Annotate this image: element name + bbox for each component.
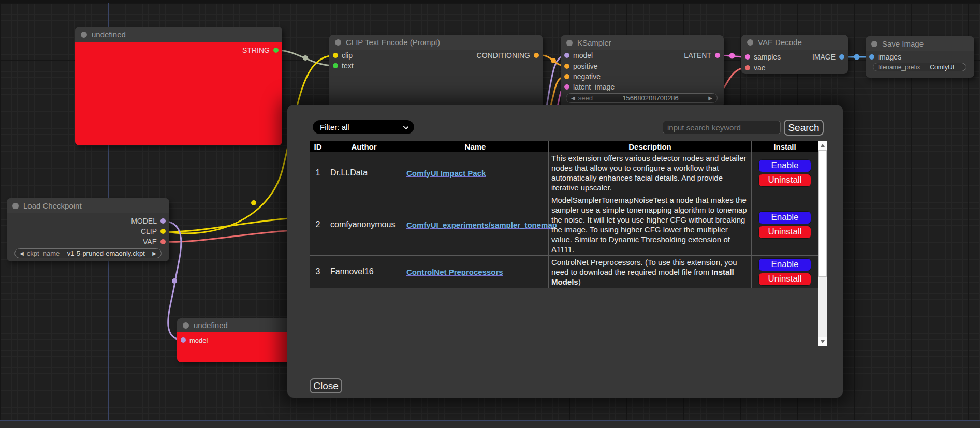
output-port-icon[interactable] — [273, 48, 279, 53]
input-port-negative[interactable]: negative — [564, 73, 601, 80]
node-ksampler[interactable]: KSampler model positive negative latent_… — [561, 35, 724, 108]
input-port-text[interactable]: text — [333, 62, 354, 69]
ext-description: ModelSamplerTonemapNoiseTest a node that… — [549, 194, 752, 256]
input-port-latent-image[interactable]: latent_image — [564, 83, 615, 91]
ext-id: 2 — [310, 194, 326, 256]
col-header-description: Description — [549, 141, 752, 152]
output-port-clip[interactable]: CLIP — [141, 228, 166, 235]
filter-dropdown-wrap: Filter: all — [313, 120, 414, 134]
node-title: undefined — [92, 30, 126, 39]
table-header-row: ID Author Name Description Install — [310, 141, 818, 152]
input-port-vae[interactable]: vae — [745, 64, 766, 71]
input-port-icon[interactable] — [333, 53, 338, 58]
input-port-icon[interactable] — [869, 54, 874, 60]
input-port-icon[interactable] — [745, 54, 750, 60]
col-header-install: Install — [752, 141, 818, 152]
output-port-icon[interactable] — [715, 53, 720, 58]
output-port-icon[interactable] — [839, 54, 844, 60]
output-port-conditioning[interactable]: CONDITIONING — [477, 52, 539, 59]
col-header-author: Author — [326, 141, 402, 152]
input-port-icon[interactable] — [564, 53, 569, 58]
custom-nodes-manager-dialog: Filter: all Search ID Author Name Descri… — [287, 105, 843, 398]
node-title: undefined — [194, 321, 228, 330]
output-port-icon[interactable] — [534, 53, 539, 58]
search-button[interactable]: Search — [784, 120, 824, 136]
filename-prefix-widget[interactable]: filename_prefix ComfyUI — [873, 63, 966, 71]
ext-id: 1 — [310, 152, 326, 194]
node-title: VAE Decode — [758, 38, 802, 47]
node-title: Save Image — [882, 39, 924, 48]
input-port-icon[interactable] — [745, 65, 750, 70]
input-port-samples[interactable]: samples — [745, 53, 781, 61]
input-port-icon[interactable] — [333, 63, 338, 68]
scroll-up-icon[interactable] — [818, 141, 827, 150]
input-port-icon[interactable] — [181, 337, 186, 343]
node-title-dot-icon — [747, 39, 753, 46]
widget-prev-arrow-icon[interactable]: ◀ — [571, 95, 575, 101]
node-title-dot-icon — [871, 41, 877, 47]
ckpt-name-widget[interactable]: ◀ ckpt_name v1-5-pruned-emaonly.ckpt ▶ — [14, 248, 162, 258]
input-port-images[interactable]: images — [869, 53, 901, 61]
ext-author: Dr.Lt.Data — [326, 152, 402, 194]
uninstall-button[interactable]: Uninstall — [758, 226, 811, 239]
scroll-down-icon[interactable] — [818, 337, 827, 346]
table-scrollbar[interactable] — [818, 141, 827, 346]
table-row: 1 Dr.Lt.Data ComfyUI Impact Pack This ex… — [310, 152, 818, 194]
input-port-model[interactable]: model — [564, 52, 593, 59]
ext-name-link[interactable]: ComfyUI Impact Pack — [406, 169, 486, 178]
col-header-name: Name — [402, 141, 549, 152]
uninstall-button[interactable]: Uninstall — [758, 273, 811, 286]
output-port-icon[interactable] — [160, 239, 166, 244]
enable-button[interactable]: Enable — [758, 159, 811, 172]
ext-name-link[interactable]: ComfyUI_experiments/sampler_tonemap — [406, 220, 557, 229]
node-save-image[interactable]: Save Image images filename_prefix ComfyU… — [866, 36, 974, 78]
node-title-dot-icon — [566, 40, 573, 46]
input-port-icon[interactable] — [564, 64, 569, 69]
widget-next-arrow-icon[interactable]: ▶ — [708, 95, 712, 101]
node-title: CLIP Text Encode (Prompt) — [346, 38, 440, 47]
close-button[interactable]: Close — [310, 378, 342, 393]
input-port-icon[interactable] — [564, 84, 569, 90]
search-input[interactable] — [663, 121, 781, 134]
output-port-image[interactable]: IMAGE — [812, 53, 844, 61]
node-title-dot-icon — [183, 322, 189, 329]
node-vae-decode[interactable]: VAE Decode samples vae IMAGE — [741, 35, 848, 74]
ext-id: 3 — [310, 256, 326, 288]
node-title: KSampler — [577, 38, 611, 47]
col-header-id: ID — [310, 141, 326, 152]
scrollbar-thumb[interactable] — [818, 150, 827, 277]
node-load-checkpoint[interactable]: Load Checkpoint MODEL CLIP VAE ◀ ckpt_na… — [7, 198, 169, 261]
enable-button[interactable]: Enable — [758, 258, 811, 271]
input-port-positive[interactable]: positive — [564, 63, 597, 70]
filter-select[interactable]: Filter: all — [313, 120, 414, 134]
node-title: Load Checkpoint — [23, 201, 82, 210]
widget-prev-arrow-icon[interactable]: ◀ — [20, 250, 24, 256]
table-row: 3 Fannovel16 ControlNet Preprocessors Co… — [310, 256, 818, 288]
node-title-dot-icon — [12, 203, 19, 209]
output-port-model[interactable]: MODEL — [131, 217, 166, 225]
input-port-model[interactable]: model — [181, 336, 208, 344]
table-row: 2 comfyanonymous ComfyUI_experiments/sam… — [310, 194, 818, 256]
uninstall-button[interactable]: Uninstall — [758, 174, 811, 187]
ext-description: ControlNet Preprocessors. (To use this e… — [549, 256, 752, 288]
output-port-icon[interactable] — [160, 229, 166, 234]
ext-description: This extension offers various detector n… — [549, 152, 752, 194]
input-port-icon[interactable] — [564, 74, 569, 79]
extensions-table: ID Author Name Description Install 1 Dr.… — [310, 141, 818, 288]
canvas-bottom-strip — [0, 421, 980, 428]
widget-next-arrow-icon[interactable]: ▶ — [152, 250, 156, 256]
output-port-latent[interactable]: LATENT — [684, 52, 720, 59]
node-title-dot-icon — [335, 39, 341, 46]
node-title-dot-icon — [81, 32, 87, 38]
output-port-icon[interactable] — [160, 218, 166, 224]
ext-author: Fannovel16 — [326, 256, 402, 288]
ext-name-link[interactable]: ControlNet Preprocessors — [406, 268, 503, 276]
output-port-vae[interactable]: VAE — [143, 238, 166, 245]
comfyui-app: undefined STRING CLIP Text Encode (Promp… — [0, 0, 980, 428]
node-undefined-top[interactable]: undefined STRING — [75, 27, 282, 145]
output-port-string[interactable]: STRING — [242, 47, 279, 54]
node-clip-text-encode[interactable]: CLIP Text Encode (Prompt) clip text COND… — [329, 35, 543, 111]
seed-widget[interactable]: ◀ seed 156680208700286 ▶ — [566, 93, 718, 103]
enable-button[interactable]: Enable — [758, 211, 811, 224]
input-port-clip[interactable]: clip — [333, 52, 353, 59]
